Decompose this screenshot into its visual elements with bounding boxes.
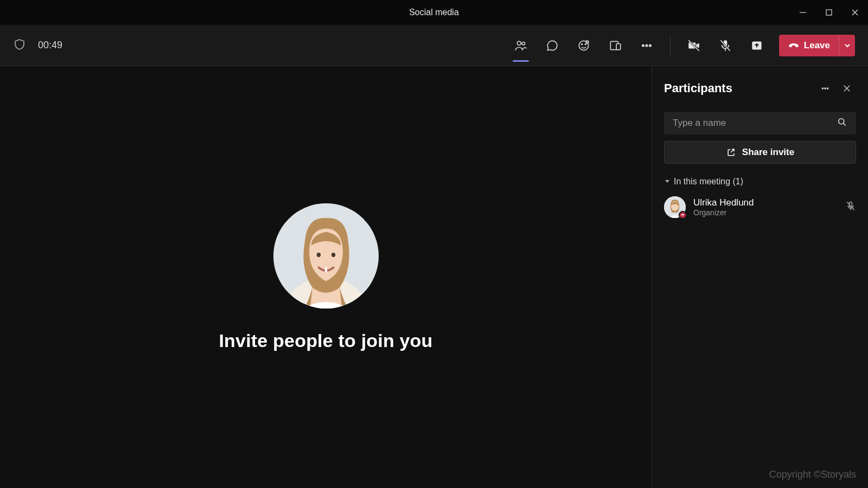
search-input[interactable]	[673, 118, 837, 129]
participant-row[interactable]: Ulrika Hedlund Organizer	[664, 196, 856, 218]
svg-point-4	[517, 41, 521, 45]
window-close-button[interactable]	[842, 0, 868, 25]
window-controls	[790, 0, 868, 25]
svg-point-7	[582, 43, 583, 44]
self-avatar	[273, 203, 379, 309]
participant-search[interactable]	[664, 112, 856, 134]
section-in-meeting[interactable]: In this meeting (1)	[664, 177, 856, 187]
panel-more-button[interactable]	[816, 79, 834, 98]
svg-point-5	[522, 42, 525, 44]
svg-point-6	[579, 41, 588, 50]
svg-rect-1	[826, 10, 832, 15]
svg-point-24	[316, 252, 320, 256]
share-invite-label: Share invite	[742, 147, 794, 158]
svg-point-27	[822, 88, 823, 89]
panel-close-button[interactable]	[838, 79, 856, 98]
chat-button[interactable]	[539, 34, 566, 57]
leave-label: Leave	[804, 40, 830, 51]
more-actions-button[interactable]	[633, 34, 660, 57]
svg-line-33	[844, 124, 846, 126]
section-label: In this meeting (1)	[674, 177, 743, 187]
panel-title: Participants	[664, 81, 813, 95]
participants-button[interactable]	[507, 34, 534, 57]
search-icon[interactable]	[837, 117, 847, 130]
svg-point-29	[827, 88, 828, 89]
shield-icon[interactable]	[13, 38, 26, 53]
participants-panel: Participants Share invite In this meetin…	[652, 66, 868, 488]
toolbar-separator	[670, 36, 671, 55]
mic-button[interactable]	[712, 34, 739, 57]
reactions-button[interactable]	[570, 34, 597, 57]
svg-point-32	[839, 119, 844, 124]
titlebar: Social media	[0, 0, 868, 25]
caret-down-icon	[664, 177, 671, 187]
svg-point-12	[642, 44, 644, 46]
svg-point-13	[646, 44, 647, 46]
svg-rect-11	[616, 43, 621, 49]
invite-heading: Invite people to join you	[219, 330, 432, 351]
mic-muted-icon[interactable]	[845, 201, 856, 214]
window-title: Social media	[409, 8, 459, 17]
camera-button[interactable]	[680, 34, 707, 57]
svg-point-28	[825, 88, 826, 89]
window-maximize-button[interactable]	[816, 0, 842, 25]
rooms-button[interactable]	[602, 34, 629, 57]
participant-avatar	[664, 196, 686, 218]
meeting-stage: Invite people to join you	[0, 66, 652, 488]
share-invite-button[interactable]: Share invite	[664, 141, 856, 164]
svg-point-25	[331, 252, 335, 256]
share-button[interactable]	[743, 34, 770, 57]
call-timer: 00:49	[38, 40, 62, 51]
participant-role: Organizer	[693, 208, 838, 217]
svg-point-8	[585, 43, 586, 44]
svg-marker-34	[665, 180, 669, 183]
presence-busy-icon	[679, 211, 687, 219]
leave-button[interactable]: Leave	[779, 35, 855, 56]
window-minimize-button[interactable]	[790, 0, 816, 25]
meeting-toolbar: 00:49 Leave	[0, 25, 868, 66]
svg-rect-26	[325, 267, 327, 272]
svg-point-14	[649, 44, 651, 46]
leave-caret-button[interactable]	[839, 35, 855, 56]
copyright-text: Copyright ©Storyals	[769, 469, 856, 480]
participant-name: Ulrika Hedlund	[693, 197, 838, 208]
